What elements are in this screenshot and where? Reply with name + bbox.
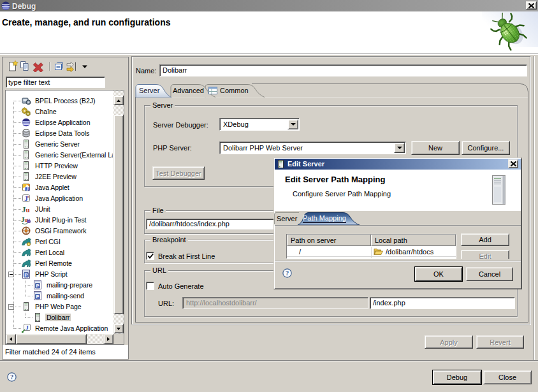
svg-text:?: ? bbox=[10, 374, 13, 381]
svg-text:?: ? bbox=[286, 270, 289, 277]
